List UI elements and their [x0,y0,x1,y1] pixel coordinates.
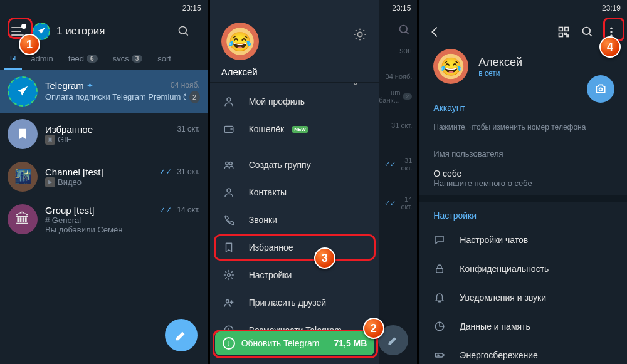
tab-svcs[interactable]: svcs3 [107,49,149,70]
section-title: Настройки [433,211,613,221]
profile-status: в сети [478,69,522,78]
username-row[interactable]: Имя пользователя [433,144,613,164]
menu-item-gear[interactable]: Настройки [210,261,379,289]
chat-time: 14 окт. [177,205,199,214]
thumb-icon: ▶ [45,177,55,187]
svg-line-12 [363,30,364,31]
settings-header [419,16,627,48]
settings-item-bell[interactable]: Уведомления и звуки [419,283,627,312]
settings-label: Конфиденциальность [460,264,549,274]
phone-icon [223,214,235,226]
user-icon [223,95,235,108]
svg-rect-25 [567,35,569,37]
bell-icon [433,291,446,304]
invite-icon [223,296,235,309]
chat-icon [433,234,446,246]
header-title[interactable]: 1 история [56,25,177,38]
svg-line-9 [356,30,356,31]
chat-preview: ▶Видео [45,177,200,187]
drawer-avatar[interactable]: 😂 [221,23,259,60]
thumb-icon: ▣ [45,135,55,145]
svg-line-3 [406,32,409,34]
highlight-box [214,234,376,261]
chat-name: Channel [test] [45,167,103,177]
settings-item-battery[interactable]: Энергосбережение [419,341,627,364]
step-bubble: 2 [363,318,384,339]
change-photo-fab[interactable] [587,75,614,103]
chat-avatar: 🌃 [8,162,38,192]
chat-list: Telegram ✦ 04 нояб. Оплата подписки Tele… [0,70,208,241]
svg-point-26 [583,28,591,35]
chat-topic: # General [45,216,200,225]
menu-item-group[interactable]: Создать группу [210,151,379,179]
profile-avatar[interactable]: 😂 [433,49,468,84]
svg-line-1 [185,33,187,36]
svg-point-16 [229,162,232,165]
svg-line-27 [589,34,592,36]
settings-item-lock[interactable]: Конфиденциальность [419,254,627,283]
chat-name: Telegram [45,80,84,91]
menu-label: Контакты [249,187,287,197]
phone-row[interactable]: Нажмите, чтобы изменить номер телефона [433,118,613,144]
svg-point-2 [400,26,408,33]
tab-all[interactable]: ы [4,49,22,70]
statusbar: 23:15 [210,0,418,16]
step-bubble: 3 [314,247,335,269]
drawer-name: Алексей [221,66,368,77]
tab-feed[interactable]: feed6 [62,49,104,70]
step-bubble: 1 [19,34,40,55]
unread-badge: 2 [189,91,200,103]
svg-point-4 [357,32,362,36]
status-time: 23:19 [602,4,621,13]
menu-item-invite[interactable]: Пригласить друзей [210,289,379,316]
group-icon [223,159,235,171]
battery-icon [433,349,446,361]
menu-label: Создать группу [249,160,311,170]
svg-point-0 [179,27,186,34]
chat-row[interactable]: 🌃 Channel [test] ✓✓ 31 окт. ▶Видео [0,155,208,198]
status-time: 23:15 [392,4,411,13]
svg-point-19 [226,300,229,303]
section-divider [419,195,627,202]
menu-item-phone[interactable]: Звонки [210,206,379,234]
chat-row[interactable]: Telegram ✦ 04 нояб. Оплата подписки Tele… [0,70,208,113]
profile-block: 😂 Алексей в сети [419,48,627,94]
svg-point-31 [599,88,603,91]
section-settings: Настройки [419,202,627,221]
svg-point-17 [227,189,231,192]
pie-icon [433,320,446,333]
svg-line-11 [356,38,356,39]
chat-name: Group [test] [45,205,94,216]
search-button[interactable] [177,25,203,38]
chat-row[interactable]: 🏛 Group [test] ✓✓ 14 окт. # General Вы д… [0,198,208,241]
drawer-menu: Мой профильКошелёкNEWСоздать группуКонта… [210,83,379,364]
qr-icon[interactable] [552,20,576,44]
tab-sort[interactable]: sort [151,49,177,70]
chat-time: 04 нояб. [171,81,200,90]
chat-time: 31 окт. [177,167,199,176]
svg-rect-22 [565,28,569,31]
settings-label: Уведомления и звуки [460,293,546,303]
menu-item-contact[interactable]: Контакты [210,179,379,206]
section-account: Аккаунт Нажмите, чтобы изменить номер те… [419,94,627,195]
back-button[interactable] [423,20,447,44]
profile-name: Алексей [478,56,522,69]
search-button[interactable] [576,20,599,44]
theme-toggle-icon[interactable] [353,28,368,43]
search-button[interactable] [398,24,411,36]
settings-item-pie[interactable]: Данные и память [419,312,627,341]
chat-preview: ▣GIF [45,135,200,145]
svg-rect-23 [559,33,563,37]
settings-label: Настройки чатов [460,235,528,245]
chat-row[interactable]: Избранное 31 окт. ▣GIF [0,113,208,155]
menu-item-user[interactable]: Мой профиль [210,88,379,115]
settings-item-chat[interactable]: Настройки чатов [419,226,627,254]
menu-divider [210,147,379,147]
menu-item-wallet[interactable]: КошелёкNEW [210,115,379,143]
compose-fab[interactable] [165,319,198,351]
verified-icon: ✦ [87,81,93,90]
expand-accounts-icon[interactable]: ⌄ [352,77,359,87]
chat-preview: Оплата подписки Telegram Premium банк… [45,92,186,101]
lock-icon [433,263,446,275]
about-row[interactable]: О себе Напишите немного о себе [433,164,613,193]
